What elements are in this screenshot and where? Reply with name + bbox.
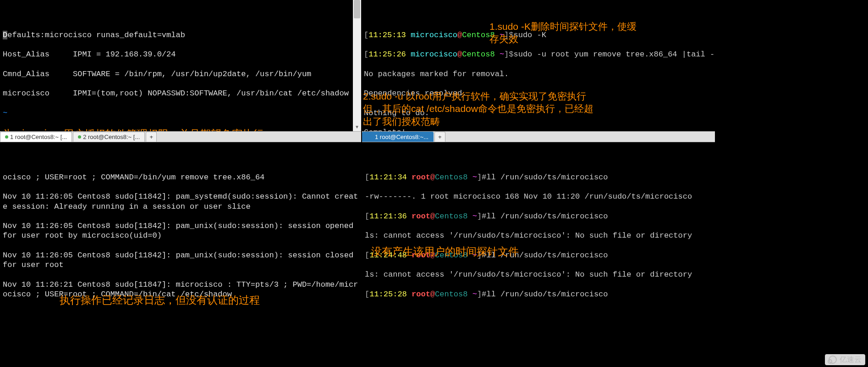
error-line: ls: cannot access '/run/sudo/ts/microcis… — [365, 231, 712, 240]
annotation-bl: 执行操作已经记录日志，但没有认证的过程 — [60, 294, 353, 307]
tab-root-2[interactable]: 2 root@Centos8:~ [... — [73, 132, 145, 142]
cmd-text: ll /run/sudo/ts/microcisco — [486, 173, 608, 182]
cmd-text: ll /run/sudo/ts/microcisco — [486, 290, 608, 299]
annotation-br: 没有产生该用户的时间探针文件 — [371, 245, 519, 259]
pane-root-shell: [11:21:34 root@Centos8 ~]#ll /run/sudo/t… — [362, 142, 715, 309]
scrollbar-tl[interactable]: ▲ ▼ — [353, 0, 361, 131]
watermark: 亿速云 — [825, 354, 865, 365]
pane-syslog: ocisco ; USER=root ; COMMAND=/bin/yum re… — [0, 142, 361, 309]
plus-icon: + — [149, 132, 153, 142]
watermark-text: 亿速云 — [840, 355, 862, 364]
tabbar-left: 1 root@Centos8:~ [... 2 root@Centos8:~ [… — [0, 131, 361, 142]
sudoers-line-3: Cmnd_Alias SOFTWARE = /bin/rpm, /usr/bin… — [3, 69, 358, 79]
annotation-tr-1: 1.sudo -K删除时间探针文件，使缓存失效 — [489, 20, 709, 45]
log-line: Nov 10 11:26:05 Centos8 sudo[11842]: pam… — [3, 250, 358, 270]
status-dot-icon — [5, 135, 8, 139]
cmd-text: sudo -u root yum remove tree.x86_64 |tai… — [514, 50, 714, 59]
watermark-icon — [829, 356, 837, 364]
prompt-line[interactable]: [11:25:26 microcisco@Centos8 ~]$sudo -u … — [364, 50, 711, 59]
prompt-line[interactable]: [11:25:28 root@Centos8 ~]#ll /run/sudo/t… — [365, 289, 712, 299]
annotation-tl-1: 为microcisco用户授权软件管理权限，并且期望免密执行 — [3, 128, 358, 131]
tab-root-1[interactable]: ⓘ1 root@Centos8:~... — [362, 132, 434, 142]
sudoers-line-4: microcisco IPMI=(tom,root) NOPASSWD:SOFT… — [3, 89, 358, 98]
new-tab-button[interactable]: + — [434, 132, 445, 142]
plus-icon: + — [438, 132, 442, 142]
vim-cursor-char: D — [3, 31, 7, 39]
error-line: ls: cannot access '/run/sudo/ts/microcis… — [365, 309, 712, 309]
vim-tilde: ~ — [3, 108, 358, 118]
log-line: ocisco ; USER=root ; COMMAND=/bin/yum re… — [3, 172, 358, 182]
log-line: Nov 10 11:26:05 Centos8 sudo[11842]: pam… — [3, 221, 358, 241]
pane-sudoers-vim: Defaults:microcisco runas_default=vmlab … — [0, 0, 361, 131]
scroll-thumb[interactable] — [354, 0, 360, 18]
status-dot-icon — [78, 135, 81, 139]
pane-microcisco-shell: [11:25:13 microcisco@Centos8 ~]$sudo -K … — [361, 0, 714, 131]
info-icon: ⓘ — [367, 132, 373, 142]
prompt-line[interactable]: [11:21:36 root@Centos8 ~]#ll /run/sudo/t… — [365, 211, 712, 221]
tab-root-1[interactable]: 1 root@Centos8:~ [... — [0, 132, 72, 142]
log-line: Nov 10 11:26:21 Centos8 sudo[11847]: pam… — [3, 309, 358, 309]
scroll-down-icon[interactable]: ▼ — [354, 125, 360, 131]
output-line: Complete! — [364, 128, 711, 131]
sudoers-line-1: Defaults:microcisco runas_default=vmlab — [3, 30, 358, 40]
sudoers-line-2: Host_Alias IPMI = 192.168.39.0/24 — [3, 50, 358, 59]
new-tab-button[interactable]: + — [146, 132, 157, 142]
annotation-tr-2: 2.sudo -u 以root用户执行软件，确实实现了免密执行但，其后的cat … — [363, 90, 711, 128]
error-line: ls: cannot access '/run/sudo/ts/microcis… — [365, 270, 712, 279]
output-line: No packages marked for removal. — [364, 69, 711, 79]
tabbar-right: ⓘ1 root@Centos8:~... + — [362, 131, 715, 142]
output-line: -rw-------. 1 root microcisco 168 Nov 10… — [365, 192, 712, 201]
log-line: Nov 10 11:26:05 Centos8 sudo[11842]: pam… — [3, 192, 358, 211]
prompt-line[interactable]: [11:21:34 root@Centos8 ~]#ll /run/sudo/t… — [365, 172, 712, 182]
cmd-text: ll /run/sudo/ts/microcisco — [486, 212, 608, 221]
